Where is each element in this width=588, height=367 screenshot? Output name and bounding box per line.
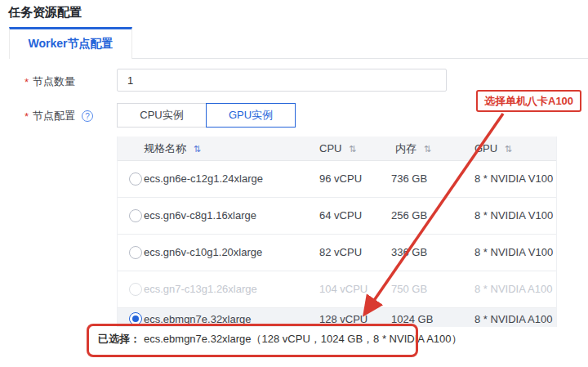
row-radio[interactable] (129, 283, 142, 296)
node-count-label: * 节点数量 (24, 74, 75, 89)
cpu-cell: 104 vCPU (319, 271, 368, 307)
spec-name-cell: ecs.gn7-c13g1.26xlarge (144, 271, 257, 307)
gpu-instance-button[interactable]: GPU实例 (206, 103, 296, 128)
annotation-highlight-box (87, 324, 418, 357)
sort-icon[interactable]: ⇅ (424, 144, 431, 154)
table-row[interactable]: ecs.gn6v-c8g1.16xlarge 64 vCPU 256 GB 8 … (118, 198, 556, 235)
row-radio[interactable] (129, 172, 142, 186)
help-icon[interactable]: ? (82, 110, 93, 122)
tabstrip-divider (131, 58, 588, 59)
table-row[interactable]: ecs.gn6e-c12g1.24xlarge 96 vCPU 736 GB 8… (118, 161, 556, 198)
instance-type-toggle: CPU实例 GPU实例 (117, 103, 296, 128)
spec-name-cell: ecs.gn6e-c12g1.24xlarge (144, 161, 263, 197)
cpu-instance-button[interactable]: CPU实例 (117, 103, 207, 128)
table-row[interactable]: ecs.gn6v-c10g1.20xlarge 82 vCPU 336 GB 8… (118, 235, 556, 271)
sort-icon[interactable]: ⇅ (194, 144, 201, 154)
row-radio[interactable] (129, 246, 142, 259)
sort-icon[interactable]: ⇅ (505, 144, 512, 154)
table-row[interactable]: ecs.gn7-c13g1.26xlarge 104 vCPU 750 GB 8… (118, 271, 556, 308)
memory-cell: 750 GB (391, 271, 427, 307)
memory-cell: 736 GB (391, 161, 427, 197)
page-title: 任务资源配置 (8, 5, 82, 20)
cpu-cell: 96 vCPU (319, 161, 362, 197)
node-count-input[interactable] (117, 69, 447, 92)
spec-name-cell: ecs.gn6v-c10g1.20xlarge (144, 235, 262, 271)
gpu-cell: 8 * NVIDIA A100 (474, 271, 552, 307)
tab-worker-node-config[interactable]: Worker节点配置 (9, 27, 132, 59)
spec-table-body: ecs.gn6e-c12g1.24xlarge 96 vCPU 736 GB 8… (118, 161, 556, 327)
annotation-callout: 选择单机八卡A100 (476, 90, 581, 112)
tab-label: Worker节点配置 (29, 37, 114, 51)
spec-table-header: 规格名称 ⇅ CPU ⇅ 内存 ⇅ GPU ⇅ (118, 137, 556, 161)
spec-name-cell: ecs.gn6v-c8g1.16xlarge (144, 198, 256, 234)
required-mark: * (24, 110, 29, 123)
cpu-cell: 82 vCPU (319, 235, 362, 271)
column-header-memory[interactable]: 内存 ⇅ (395, 137, 431, 161)
required-mark: * (24, 76, 29, 88)
column-header-gpu[interactable]: GPU ⇅ (474, 137, 512, 161)
row-radio[interactable] (129, 209, 142, 222)
column-header-spec-name[interactable]: 规格名称 ⇅ (144, 137, 201, 161)
gpu-cell: 8 * NVIDIA V100 (474, 235, 553, 271)
cpu-cell: 64 vCPU (319, 198, 362, 234)
sort-icon[interactable]: ⇅ (349, 144, 356, 154)
gpu-cell: 8 * NVIDIA A100 (474, 308, 552, 327)
gpu-spec-table: 规格名称 ⇅ CPU ⇅ 内存 ⇅ GPU ⇅ ecs.gn6e-c12g1.2… (117, 137, 557, 327)
gpu-cell: 8 * NVIDIA V100 (474, 198, 553, 234)
gpu-cell: 8 * NVIDIA V100 (474, 161, 553, 197)
memory-cell: 256 GB (391, 198, 427, 234)
column-header-cpu[interactable]: CPU ⇅ (319, 137, 356, 161)
task-resource-config-panel: 任务资源配置 Worker节点配置 * 节点数量 * 节点配置 ? CPU实例 … (0, 0, 588, 367)
node-config-label: * 节点配置 ? (24, 109, 93, 123)
memory-cell: 336 GB (391, 235, 427, 271)
